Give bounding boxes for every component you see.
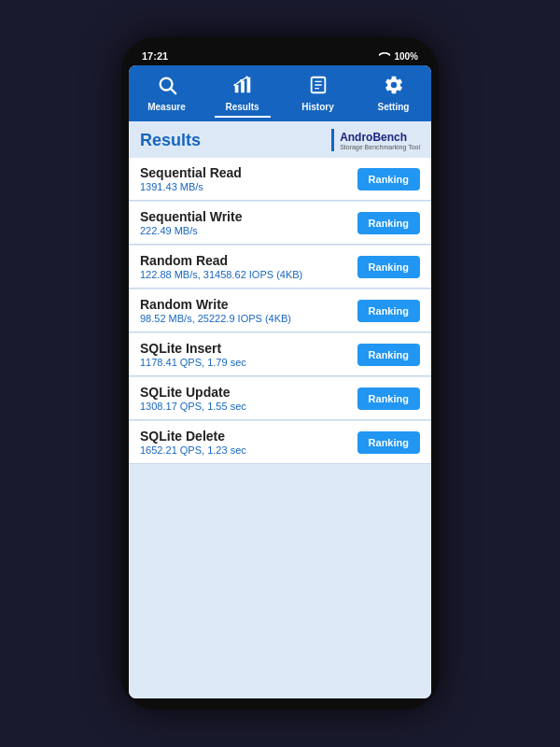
screen: Measure Results: [129, 65, 431, 698]
ranking-button[interactable]: Ranking: [357, 300, 420, 322]
logo-bar: [331, 129, 334, 151]
table-row: SQLite Insert1178.41 QPS, 1.79 secRankin…: [129, 333, 431, 376]
svg-point-7: [245, 76, 248, 78]
table-row: Random Write98.52 MB/s, 25222.9 IOPS (4K…: [129, 289, 431, 332]
tab-history[interactable]: History: [290, 71, 346, 118]
tab-setting[interactable]: Setting: [366, 71, 422, 118]
phone-frame: 17:21 100% Measure: [121, 37, 439, 710]
logo-sub: Storage Benchmarking Tool: [340, 144, 420, 150]
bench-value: 1178.41 QPS, 1.79 sec: [140, 357, 357, 368]
bench-name: Random Read: [140, 253, 357, 268]
table-row: Random Read122.88 MB/s, 31458.62 IOPS (4…: [129, 246, 431, 289]
bench-value: 1652.21 QPS, 1.23 sec: [140, 444, 357, 456]
ranking-button[interactable]: Ranking: [357, 344, 420, 366]
bench-info: Sequential Read1391.43 MB/s: [140, 165, 357, 192]
measure-icon: [157, 75, 177, 100]
table-row: SQLite Update1308.17 QPS, 1.55 secRankin…: [129, 377, 431, 420]
table-row: Sequential Read1391.43 MB/sRanking: [129, 158, 431, 201]
status-time: 17:21: [142, 50, 168, 62]
svg-rect-3: [241, 80, 245, 92]
ranking-button[interactable]: Ranking: [357, 431, 420, 454]
results-title: Results: [140, 131, 201, 150]
tab-measure[interactable]: Measure: [139, 71, 195, 118]
tab-results[interactable]: Results: [215, 71, 271, 118]
bench-info: Random Read122.88 MB/s, 31458.62 IOPS (4…: [140, 253, 357, 280]
tab-results-label: Results: [225, 102, 259, 112]
svg-point-5: [233, 84, 236, 87]
bench-name: Sequential Read: [140, 165, 357, 180]
bench-value: 98.52 MB/s, 25222.9 IOPS (4KB): [140, 313, 357, 324]
ranking-button[interactable]: Ranking: [357, 168, 420, 190]
bench-info: Sequential Write222.49 MB/s: [140, 209, 357, 236]
ranking-button[interactable]: Ranking: [357, 212, 420, 234]
bench-name: SQLite Delete: [140, 429, 357, 444]
results-icon: [232, 75, 253, 100]
bench-name: Sequential Write: [140, 209, 357, 224]
bench-value: 1391.43 MB/s: [140, 181, 357, 192]
bench-value: 122.88 MB/s, 31458.62 IOPS (4KB): [140, 269, 357, 280]
content-area: Results AndroBench Storage Benchmarking …: [129, 121, 431, 698]
bench-info: Random Write98.52 MB/s, 25222.9 IOPS (4K…: [140, 297, 357, 324]
status-battery: 100%: [379, 51, 418, 62]
svg-point-6: [239, 79, 242, 82]
bench-info: SQLite Delete1652.21 QPS, 1.23 sec: [140, 429, 357, 456]
tab-measure-label: Measure: [147, 102, 186, 112]
logo-text: AndroBench Storage Benchmarking Tool: [340, 131, 420, 150]
bench-name: Random Write: [140, 297, 357, 312]
tab-bar: Measure Results: [129, 65, 431, 121]
bench-name: SQLite Update: [140, 385, 357, 400]
bench-info: SQLite Update1308.17 QPS, 1.55 sec: [140, 385, 357, 412]
ranking-button[interactable]: Ranking: [357, 388, 420, 410]
battery-text: 100%: [394, 51, 418, 62]
results-header: Results AndroBench Storage Benchmarking …: [129, 121, 431, 157]
tab-setting-label: Setting: [378, 102, 410, 112]
wifi-icon: [379, 52, 390, 60]
history-icon: [308, 75, 329, 100]
androbench-logo: AndroBench Storage Benchmarking Tool: [331, 129, 420, 151]
tab-history-label: History: [301, 102, 333, 112]
benchmark-list: Sequential Read1391.43 MB/sRankingSequen…: [129, 158, 431, 464]
setting-icon: [384, 75, 404, 100]
table-row: SQLite Delete1652.21 QPS, 1.23 secRankin…: [129, 421, 431, 464]
svg-rect-4: [246, 78, 250, 93]
logo-name: AndroBench: [340, 131, 420, 144]
ranking-button[interactable]: Ranking: [357, 256, 420, 278]
bench-value: 1308.17 QPS, 1.55 sec: [140, 401, 357, 412]
bench-name: SQLite Insert: [140, 341, 357, 356]
svg-line-1: [171, 89, 175, 93]
status-bar: 17:21 100%: [129, 49, 431, 65]
table-row: Sequential Write222.49 MB/sRanking: [129, 202, 431, 245]
bench-info: SQLite Insert1178.41 QPS, 1.79 sec: [140, 341, 357, 368]
bench-value: 222.49 MB/s: [140, 225, 357, 236]
